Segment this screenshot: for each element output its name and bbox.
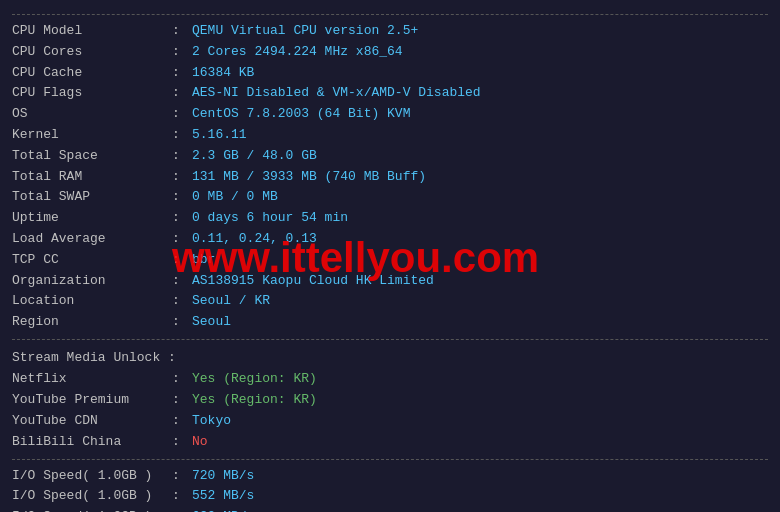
- netflix-value: Yes (Region: KR): [192, 369, 768, 390]
- youtube-premium-label: YouTube Premium: [12, 390, 172, 411]
- top-divider: [12, 14, 768, 15]
- uptime-label: Uptime: [12, 208, 172, 229]
- netflix-label: Netflix: [12, 369, 172, 390]
- youtube-cdn-value: Tokyo: [192, 411, 768, 432]
- youtube-cdn-row: YouTube CDN : Tokyo: [12, 411, 768, 432]
- location-value: Seoul / KR: [192, 291, 768, 312]
- tcp-cc-value: bbr: [192, 250, 768, 271]
- location-row: Location : Seoul / KR: [12, 291, 768, 312]
- io-speed-2-value: 552 MB/s: [192, 486, 768, 507]
- load-average-row: Load Average : 0.11, 0.24, 0.13: [12, 229, 768, 250]
- io-speed-3-label: I/O Speed( 1.0GB ): [12, 507, 172, 512]
- cpu-model-label: CPU Model: [12, 21, 172, 42]
- total-swap-label: Total SWAP: [12, 187, 172, 208]
- netflix-row: Netflix : Yes (Region: KR): [12, 369, 768, 390]
- total-space-row: Total Space : 2.3 GB / 48.0 GB: [12, 146, 768, 167]
- os-row: OS : CentOS 7.8.2003 (64 Bit) KVM: [12, 104, 768, 125]
- total-space-value: 2.3 GB / 48.0 GB: [192, 146, 768, 167]
- load-average-value: 0.11, 0.24, 0.13: [192, 229, 768, 250]
- os-value: CentOS 7.8.2003 (64 Bit) KVM: [192, 104, 768, 125]
- region-label: Region: [12, 312, 172, 333]
- io-speed-1-row: I/O Speed( 1.0GB ) : 720 MB/s: [12, 466, 768, 487]
- kernel-label: Kernel: [12, 125, 172, 146]
- organization-row: Organization : AS138915 Kaopu Cloud HK L…: [12, 271, 768, 292]
- load-average-label: Load Average: [12, 229, 172, 250]
- region-row: Region : Seoul: [12, 312, 768, 333]
- io-speed-1-value: 720 MB/s: [192, 466, 768, 487]
- os-label: OS: [12, 104, 172, 125]
- stream-media-header-row: Stream Media Unlock :: [12, 346, 768, 369]
- bilibili-label: BiliBili China: [12, 432, 172, 453]
- region-value: Seoul: [192, 312, 768, 333]
- cpu-cache-label: CPU Cache: [12, 63, 172, 84]
- cpu-cache-row: CPU Cache : 16384 KB: [12, 63, 768, 84]
- kernel-value: 5.16.11: [192, 125, 768, 146]
- total-swap-value: 0 MB / 0 MB: [192, 187, 768, 208]
- cpu-cache-value: 16384 KB: [192, 63, 768, 84]
- cpu-flags-value: AES-NI Disabled & VM-x/AMD-V Disabled: [192, 83, 768, 104]
- cpu-model-value: QEMU Virtual CPU version 2.5+: [192, 21, 768, 42]
- divider-3: [12, 459, 768, 460]
- uptime-value: 0 days 6 hour 54 min: [192, 208, 768, 229]
- total-swap-row: Total SWAP : 0 MB / 0 MB: [12, 187, 768, 208]
- kernel-row: Kernel : 5.16.11: [12, 125, 768, 146]
- uptime-row: Uptime : 0 days 6 hour 54 min: [12, 208, 768, 229]
- cpu-cores-label: CPU Cores: [12, 42, 172, 63]
- io-speed-1-label: I/O Speed( 1.0GB ): [12, 466, 172, 487]
- cpu-cores-row: CPU Cores : 2 Cores 2494.224 MHz x86_64: [12, 42, 768, 63]
- youtube-premium-value: Yes (Region: KR): [192, 390, 768, 411]
- organization-label: Organization: [12, 271, 172, 292]
- cpu-flags-label: CPU Flags: [12, 83, 172, 104]
- youtube-cdn-label: YouTube CDN: [12, 411, 172, 432]
- divider-2: [12, 339, 768, 340]
- tcp-cc-label: TCP CC: [12, 250, 172, 271]
- total-ram-row: Total RAM : 131 MB / 3933 MB (740 MB Buf…: [12, 167, 768, 188]
- io-speed-3-value: 630 MB/s: [192, 507, 768, 512]
- bilibili-value: No: [192, 432, 768, 453]
- cpu-flags-row: CPU Flags : AES-NI Disabled & VM-x/AMD-V…: [12, 83, 768, 104]
- youtube-premium-row: YouTube Premium : Yes (Region: KR): [12, 390, 768, 411]
- total-ram-label: Total RAM: [12, 167, 172, 188]
- tcp-cc-row: TCP CC : bbr: [12, 250, 768, 271]
- cpu-model-row: CPU Model : QEMU Virtual CPU version 2.5…: [12, 21, 768, 42]
- io-speed-2-row: I/O Speed( 1.0GB ) : 552 MB/s: [12, 486, 768, 507]
- total-space-label: Total Space: [12, 146, 172, 167]
- io-speed-2-label: I/O Speed( 1.0GB ): [12, 486, 172, 507]
- bilibili-row: BiliBili China : No: [12, 432, 768, 453]
- cpu-cores-value: 2 Cores 2494.224 MHz x86_64: [192, 42, 768, 63]
- total-ram-value: 131 MB / 3933 MB (740 MB Buff): [192, 167, 768, 188]
- io-speed-3-row: I/O Speed( 1.0GB ) : 630 MB/s: [12, 507, 768, 512]
- location-label: Location: [12, 291, 172, 312]
- organization-value: AS138915 Kaopu Cloud HK Limited: [192, 271, 768, 292]
- stream-media-header: Stream Media Unlock :: [12, 346, 176, 369]
